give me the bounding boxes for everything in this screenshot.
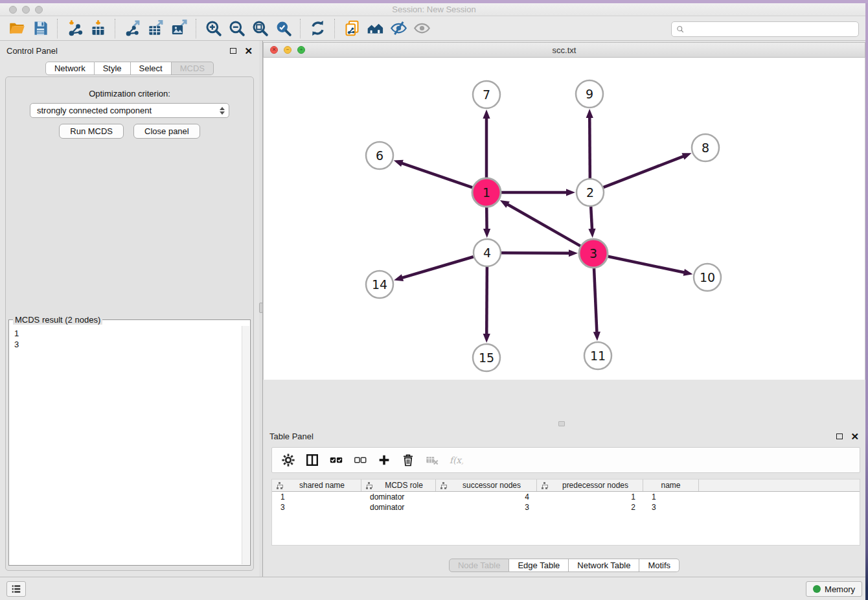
memory-button[interactable]: Memory [806,581,862,597]
export-table-icon [147,19,165,37]
hide-graphics-details-button[interactable] [387,17,410,40]
tab-mcds[interactable]: MCDS [172,62,214,75]
network-canvas[interactable]: 1234678910111415 [263,58,865,380]
table-row-1[interactable]: 1dominator411 [272,492,860,502]
close-panel-icon[interactable]: ✕ [244,46,253,56]
column-header-predecessor-nodes[interactable]: predecessor nodes [537,479,643,491]
run-mcds-button[interactable]: Run MCDS [59,124,124,139]
open-session-button[interactable] [5,17,29,40]
table-cell[interactable]: dominator [361,492,436,502]
table-tab-network-table[interactable]: Network Table [569,559,639,572]
column-header-name[interactable]: name [643,479,699,491]
graph-edge-4-3[interactable] [501,253,571,253]
table-row-2[interactable]: 3dominator323 [272,502,860,513]
table-tab-motifs[interactable]: Motifs [639,559,680,572]
graph-node-label-1: 1 [483,185,490,200]
status-bar: Memory [0,577,868,600]
column-header-MCDS-role[interactable]: MCDS role [361,479,436,491]
table-cell[interactable]: 4 [436,492,537,502]
tab-network[interactable]: Network [45,62,95,75]
network-window-titlebar[interactable]: ✕ − + scc.txt [263,42,865,58]
export-network-icon [124,19,141,37]
graph-node-label-3: 3 [589,246,597,260]
graph-node-label-2: 2 [586,185,594,200]
show-all-networks-button[interactable] [363,17,387,40]
column-header-shared-name[interactable]: shared name [272,479,361,491]
toolbar-separator [334,19,335,38]
graph-edge-2-8[interactable] [604,156,685,187]
eye-icon [413,19,431,37]
graph-edge-2-3[interactable] [591,207,592,231]
column-display-button[interactable] [303,450,321,470]
column-type-icon [541,482,548,489]
clone-network-button[interactable] [340,17,363,40]
horizontal-splitter[interactable] [263,420,865,428]
tab-select[interactable]: Select [131,62,172,75]
graph-edge-arrowhead [681,153,691,159]
tab-style[interactable]: Style [95,62,131,75]
graph-edge-2-9[interactable] [589,116,590,178]
table-tab-edge-table[interactable]: Edge Table [509,559,569,572]
table-cell[interactable]: 1 [537,492,643,502]
delete-columns-button[interactable] [398,450,417,470]
table-cell[interactable]: 1 [643,492,699,502]
graph-edge-3-1[interactable] [506,203,580,246]
table-cell[interactable]: 3 [272,503,361,512]
dropdown-stepper-icon [220,107,225,115]
zoom-fit-button[interactable] [248,17,271,40]
graph-edge-3-10[interactable] [608,257,686,273]
search-box[interactable] [671,21,859,37]
table-cell[interactable]: 3 [436,503,537,512]
float-panel-icon[interactable] [230,48,236,54]
graph-node-label-4: 4 [483,246,491,260]
graph-edge-4-15[interactable] [486,267,487,336]
close-panel-button[interactable]: Close panel [133,124,200,139]
table-cell[interactable]: 3 [643,503,699,512]
optimization-dropdown[interactable]: strongly connected component [30,103,229,118]
apply-layout-button[interactable] [306,17,329,40]
horizontal-splitter-handle[interactable] [558,421,565,426]
graph-edge-1-6[interactable] [400,163,472,187]
export-image-button[interactable] [167,17,190,40]
table-cell[interactable]: dominator [361,503,436,512]
graph-edge-arrowhead [483,334,490,343]
function-builder-button: f(x) [446,450,465,470]
graph-edge-4-14[interactable] [401,257,474,278]
column-header-successor-nodes[interactable]: successor nodes [436,479,537,491]
export-network-button[interactable] [120,17,144,40]
graph-node-label-8: 8 [702,141,709,155]
zoom-in-button[interactable] [201,17,225,40]
export-table-button[interactable] [144,17,167,40]
table-cell[interactable]: 2 [537,503,643,512]
mcds-result-box: MCDS result (2 nodes) 1 3 [8,319,251,566]
column-label: successor nodes [451,481,532,490]
save-icon [32,19,49,37]
window-title: Session: New Session [0,5,868,14]
select-all-checkboxes-button[interactable] [326,450,345,470]
table-cell[interactable]: 1 [272,492,361,502]
clear-all-checkboxes-button[interactable] [350,450,369,470]
search-input[interactable] [688,23,854,36]
checks-off-icon [353,453,367,467]
table-tab-node-table[interactable]: Node Table [449,559,510,572]
zoom-selected-button[interactable] [271,17,295,40]
save-session-button[interactable] [29,17,52,40]
table-float-panel-icon[interactable] [836,433,843,439]
add-column-button[interactable] [374,450,393,470]
titlebar: Session: New Session [0,3,868,16]
control-panel-title: Control Panel [6,46,58,56]
mcds-result-area[interactable]: 1 3 [10,326,249,564]
table-close-panel-icon[interactable]: ✕ [851,432,859,441]
application-window: Session: New Session Control Panel ✕ Net… [0,0,868,600]
column-label: predecessor nodes [552,481,639,490]
graph-edge-3-11[interactable] [594,268,597,334]
import-table-button[interactable] [86,17,109,40]
delete-table-button [422,450,441,470]
zoom-out-button[interactable] [225,17,248,40]
task-history-button[interactable] [6,581,26,597]
show-graphics-details-button [410,17,433,40]
checks-on-icon [329,453,343,467]
table-settings-button[interactable] [279,450,297,470]
result-scrollbar[interactable] [242,326,249,564]
import-network-button[interactable] [63,17,86,40]
